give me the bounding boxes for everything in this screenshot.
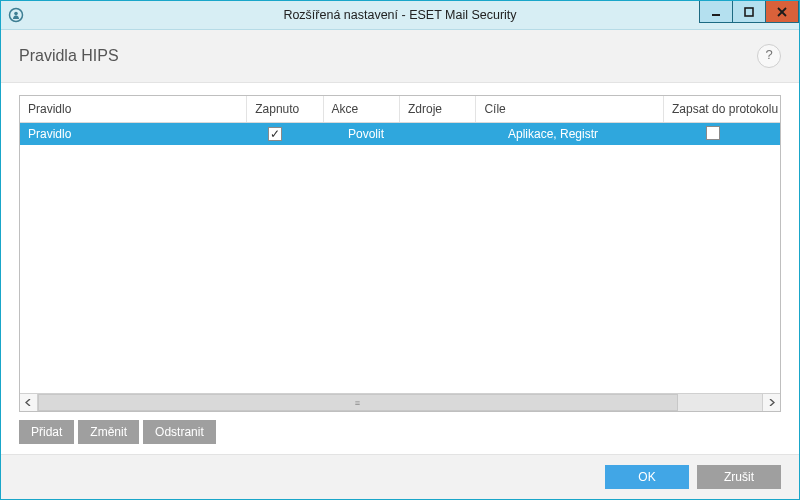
titlebar: Rozšířená nastavení - ESET Mail Security [1,1,799,30]
table-header-row: Pravidlo Zapnuto Akce Zdroje Cíle Zapsat… [20,96,780,123]
rules-table: Pravidlo Zapnuto Akce Zdroje Cíle Zapsat… [19,95,781,412]
scroll-track[interactable]: ≡ [38,394,762,411]
svg-point-1 [14,12,18,16]
cell-rule: Pravidlo [20,127,260,141]
edit-buttons: Přidat Změnit Odstranit [19,420,781,454]
svg-rect-2 [712,14,720,16]
col-header-sources[interactable]: Zdroje [400,96,476,122]
checkbox-enabled-icon[interactable] [268,127,282,141]
cancel-button[interactable]: Zrušit [697,465,781,489]
page-title: Pravidla HIPS [19,47,119,65]
body: Pravidlo Zapnuto Akce Zdroje Cíle Zapsat… [1,83,799,454]
col-header-enabled[interactable]: Zapnuto [247,96,323,122]
table-row[interactable]: Pravidlo Povolit Aplikace, Registr [20,123,780,145]
scroll-right-button[interactable] [762,394,780,411]
cell-log [698,126,780,143]
col-header-action[interactable]: Akce [324,96,400,122]
edit-button[interactable]: Změnit [78,420,139,444]
horizontal-scrollbar[interactable]: ≡ [20,393,780,411]
cell-targets: Aplikace, Registr [500,127,698,141]
close-button[interactable] [765,1,799,23]
scroll-left-button[interactable] [20,394,38,411]
col-header-log[interactable]: Zapsat do protokolu [664,96,780,122]
window-title: Rozšířená nastavení - ESET Mail Security [1,8,799,22]
footer: OK Zrušit [1,454,799,499]
table-body: Pravidlo Povolit Aplikace, Registr [20,123,780,393]
window: Rozšířená nastavení - ESET Mail Security… [0,0,800,500]
cell-enabled [260,127,340,141]
svg-rect-3 [745,8,753,16]
checkbox-log-icon[interactable] [706,126,720,140]
scroll-grip-icon: ≡ [355,398,361,408]
page-header: Pravidla HIPS ? [1,30,799,83]
scroll-thumb[interactable]: ≡ [38,394,678,411]
add-button[interactable]: Přidat [19,420,74,444]
col-header-rule[interactable]: Pravidlo [20,96,247,122]
ok-button[interactable]: OK [605,465,689,489]
help-button[interactable]: ? [757,44,781,68]
minimize-button[interactable] [699,1,733,23]
cell-action: Povolit [340,127,420,141]
remove-button[interactable]: Odstranit [143,420,216,444]
maximize-button[interactable] [732,1,766,23]
window-controls [699,1,799,29]
col-header-targets[interactable]: Cíle [476,96,664,122]
app-icon [7,6,25,24]
